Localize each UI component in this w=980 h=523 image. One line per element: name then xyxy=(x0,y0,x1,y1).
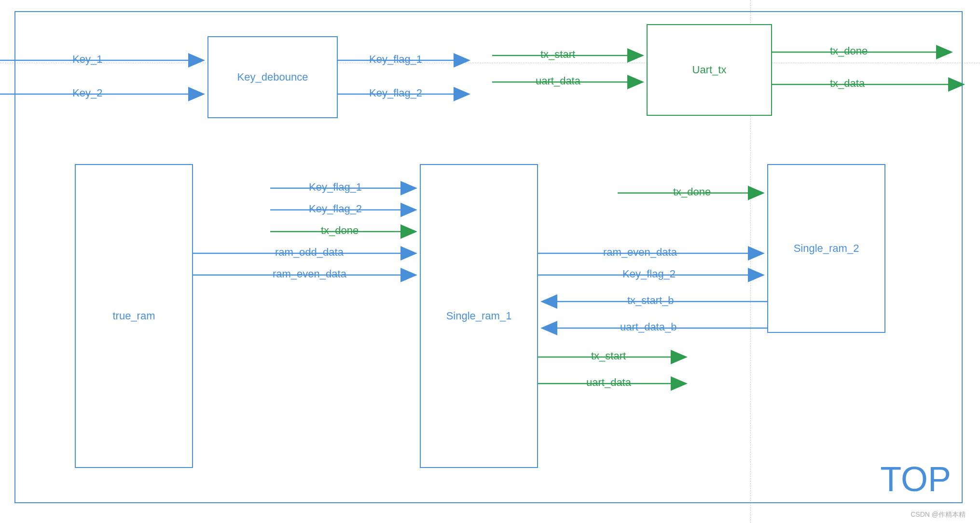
signal-tx-data: tx_data xyxy=(830,77,865,90)
signal-tx-start-b: tx_start_b xyxy=(627,294,674,307)
signal-ram-odd-data: ram_odd_data xyxy=(275,246,344,259)
watermark: CSDN @作精本精 xyxy=(911,510,966,519)
signal-uart-data-c: uart_data xyxy=(586,376,631,389)
signal-key-flag-2: Key_flag_2 xyxy=(369,87,422,99)
signal-key-flag-2-b: Key_flag_2 xyxy=(309,203,362,215)
signal-key-2: Key_2 xyxy=(72,87,102,99)
signal-key-flag-1: Key_flag_1 xyxy=(369,53,422,66)
signal-tx-done-b: tx_done xyxy=(321,224,359,237)
signal-key-1: Key_1 xyxy=(72,53,102,66)
signal-uart-data: uart_data xyxy=(536,75,580,87)
signal-key-flag-1-b: Key_flag_1 xyxy=(309,181,362,193)
signal-tx-done-c: tx_done xyxy=(673,186,711,198)
signal-ram-even-data-b: ram_even_data xyxy=(603,246,677,259)
signal-key-flag-2-c: Key_flag_2 xyxy=(622,268,676,280)
signal-tx-done: tx_done xyxy=(830,45,868,57)
signal-uart-data-b: uart_data_b xyxy=(620,321,676,333)
signal-ram-even-data: ram_even_data xyxy=(273,268,346,280)
signal-tx-start-c: tx_start xyxy=(591,350,626,362)
diagram-title: TOP xyxy=(880,459,951,499)
signal-tx-start: tx_start xyxy=(540,48,575,61)
